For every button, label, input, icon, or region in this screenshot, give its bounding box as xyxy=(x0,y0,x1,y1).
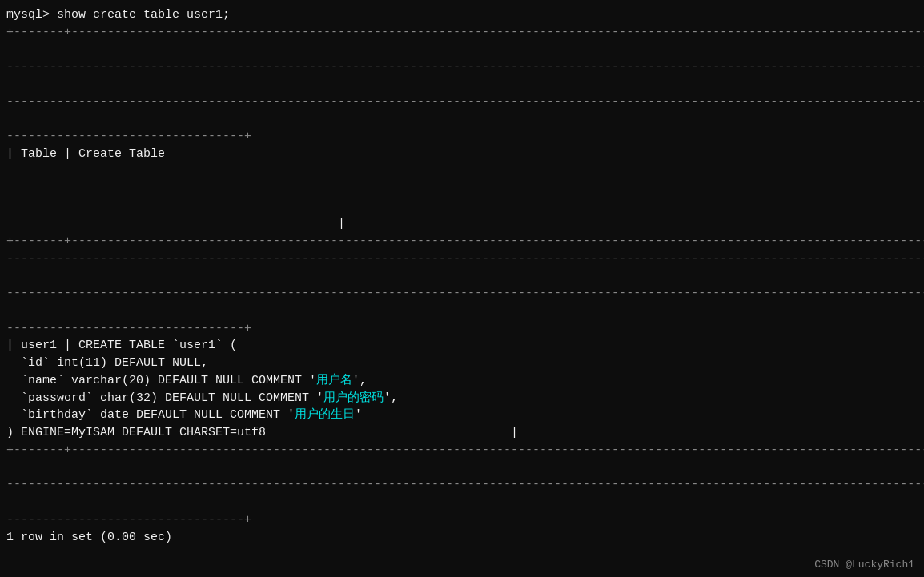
cursor-line: | xyxy=(6,215,918,233)
dashed-line-8: ---------------------------------+ xyxy=(6,511,918,529)
empty-4 xyxy=(6,163,918,181)
empty-7 xyxy=(6,267,918,285)
data-row-4: `password` char(32) DEFAULT NULL COMMENT… xyxy=(6,390,918,407)
border-bot-1: +-------+-------------------------------… xyxy=(6,442,918,459)
watermark: CSDN @LuckyRich1 xyxy=(814,559,914,571)
border-mid-1: +-------+-------------------------------… xyxy=(6,233,918,250)
dashed-line-5: ----------------------------------------… xyxy=(6,285,918,303)
table-header: | Table | Create Table xyxy=(6,146,918,163)
empty-3 xyxy=(6,111,918,129)
empty-6 xyxy=(6,198,918,215)
dashed-line-4: ----------------------------------------… xyxy=(6,250,918,268)
data-row-3: `name` varchar(20) DEFAULT NULL COMMENT … xyxy=(6,372,918,390)
data-row-1: | user1 | CREATE TABLE `user1` ( xyxy=(6,337,918,355)
empty-9 xyxy=(6,459,918,477)
empty-5 xyxy=(6,181,918,198)
data-row-5: `birthday` date DEFAULT NULL COMMENT '用户… xyxy=(6,407,918,424)
command-line: mysql> show create table user1; xyxy=(6,6,918,24)
data-row-6: ) ENGINE=MyISAM DEFAULT CHARSET=utf8 | xyxy=(6,424,918,442)
dashed-line-7: ----------------------------------------… xyxy=(6,476,918,494)
border-top-1: +-------+-------------------------------… xyxy=(6,24,918,42)
terminal-output: mysql> show create table user1; +-------… xyxy=(6,6,918,546)
result-line: 1 row in set (0.00 sec) xyxy=(6,529,918,547)
dashed-line-2: ----------------------------------------… xyxy=(6,94,918,111)
empty-1 xyxy=(6,42,918,59)
dashed-line-6: ---------------------------------+ xyxy=(6,320,918,338)
dashed-line-3: ---------------------------------+ xyxy=(6,128,918,146)
dashed-line-1: ----------------------------------------… xyxy=(6,58,918,76)
terminal-window: mysql> show create table user1; +-------… xyxy=(0,0,924,577)
data-row-2: `id` int(11) DEFAULT NULL, xyxy=(6,355,918,372)
empty-8 xyxy=(6,303,918,320)
empty-2 xyxy=(6,76,918,94)
empty-10 xyxy=(6,494,918,511)
